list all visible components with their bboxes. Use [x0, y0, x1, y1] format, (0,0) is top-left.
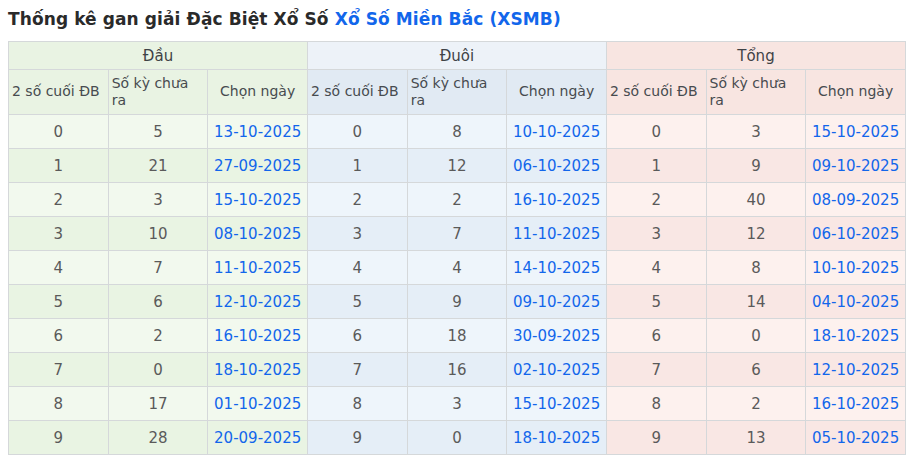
digit-cell-duoi: 3	[307, 217, 407, 251]
date-cell-dau: 11-10-2025	[208, 251, 308, 285]
date-link-tong[interactable]: 12-10-2025	[812, 361, 899, 379]
gan-count-cell-duoi: 7	[407, 217, 507, 251]
digit-cell-duoi: 0	[307, 115, 407, 149]
gan-count-cell-duoi: 2	[407, 183, 507, 217]
date-link-dau[interactable]: 11-10-2025	[214, 259, 301, 277]
table-body: 0513-10-20250810-10-20250315-10-20251212…	[9, 115, 906, 455]
date-link-tong[interactable]: 15-10-2025	[812, 123, 899, 141]
digit-cell-dau: 5	[9, 285, 109, 319]
date-cell-tong: 15-10-2025	[806, 115, 906, 149]
table-row: 0513-10-20250810-10-20250315-10-2025	[9, 115, 906, 149]
date-cell-tong: 10-10-2025	[806, 251, 906, 285]
table-row: 81701-10-20258315-10-20258216-10-2025	[9, 387, 906, 421]
gan-count-cell-dau: 3	[108, 183, 208, 217]
page-title-text: Thống kê gan giải Đặc Biệt Xổ Số	[8, 9, 335, 29]
date-cell-tong: 08-09-2025	[806, 183, 906, 217]
gan-count-cell-dau: 7	[108, 251, 208, 285]
gan-count-cell-dau: 17	[108, 387, 208, 421]
digit-cell-duoi: 5	[307, 285, 407, 319]
gan-count-cell-dau: 6	[108, 285, 208, 319]
digit-cell-duoi: 7	[307, 353, 407, 387]
table-row: 31008-10-20253711-10-202531206-10-2025	[9, 217, 906, 251]
date-link-duoi[interactable]: 14-10-2025	[513, 259, 600, 277]
gan-count-cell-tong: 0	[706, 319, 806, 353]
date-cell-duoi: 14-10-2025	[507, 251, 607, 285]
digit-cell-dau: 7	[9, 353, 109, 387]
date-link-dau[interactable]: 20-09-2025	[214, 429, 301, 447]
date-cell-duoi: 10-10-2025	[507, 115, 607, 149]
gan-count-cell-tong: 13	[706, 421, 806, 455]
date-cell-duoi: 11-10-2025	[507, 217, 607, 251]
date-link-tong[interactable]: 06-10-2025	[812, 225, 899, 243]
date-link-duoi[interactable]: 15-10-2025	[513, 395, 600, 413]
date-link-duoi[interactable]: 09-10-2025	[513, 293, 600, 311]
digit-cell-tong: 8	[606, 387, 706, 421]
date-cell-dau: 01-10-2025	[208, 387, 308, 421]
date-link-tong[interactable]: 09-10-2025	[812, 157, 899, 175]
column-header-dau-1: Số kỳ chưa ra	[108, 70, 208, 115]
digit-cell-dau: 0	[9, 115, 109, 149]
date-link-dau[interactable]: 27-09-2025	[214, 157, 301, 175]
date-link-tong[interactable]: 10-10-2025	[812, 259, 899, 277]
date-link-duoi[interactable]: 30-09-2025	[513, 327, 600, 345]
date-link-duoi[interactable]: 10-10-2025	[513, 123, 600, 141]
date-link-duoi[interactable]: 16-10-2025	[513, 191, 600, 209]
date-cell-duoi: 09-10-2025	[507, 285, 607, 319]
digit-cell-dau: 1	[9, 149, 109, 183]
date-link-dau[interactable]: 18-10-2025	[214, 361, 301, 379]
digit-cell-tong: 0	[606, 115, 706, 149]
section-title-tong: Tổng	[606, 42, 905, 70]
date-link-duoi[interactable]: 11-10-2025	[513, 225, 600, 243]
gan-count-cell-dau: 0	[108, 353, 208, 387]
digit-cell-dau: 9	[9, 421, 109, 455]
section-title-row: ĐầuĐuôiTổng	[9, 42, 906, 70]
date-link-duoi[interactable]: 02-10-2025	[513, 361, 600, 379]
digit-cell-duoi: 8	[307, 387, 407, 421]
date-cell-tong: 06-10-2025	[806, 217, 906, 251]
gan-count-cell-tong: 9	[706, 149, 806, 183]
date-link-dau[interactable]: 01-10-2025	[214, 395, 301, 413]
date-cell-dau: 13-10-2025	[208, 115, 308, 149]
date-cell-duoi: 30-09-2025	[507, 319, 607, 353]
gan-count-cell-duoi: 12	[407, 149, 507, 183]
date-link-dau[interactable]: 16-10-2025	[214, 327, 301, 345]
date-link-duoi[interactable]: 06-10-2025	[513, 157, 600, 175]
date-link-tong[interactable]: 05-10-2025	[812, 429, 899, 447]
column-header-row: 2 số cuối ĐBSố kỳ chưa raChọn ngày2 số c…	[9, 70, 906, 115]
date-link-dau[interactable]: 08-10-2025	[214, 225, 301, 243]
date-link-tong[interactable]: 18-10-2025	[812, 327, 899, 345]
column-header-tong-0: 2 số cuối ĐB	[606, 70, 706, 115]
date-link-dau[interactable]: 12-10-2025	[214, 293, 301, 311]
table-row: 7018-10-202571602-10-20257612-10-2025	[9, 353, 906, 387]
date-cell-tong: 12-10-2025	[806, 353, 906, 387]
gan-count-cell-duoi: 16	[407, 353, 507, 387]
column-header-duoi-2: Chọn ngày	[507, 70, 607, 115]
gan-count-cell-dau: 10	[108, 217, 208, 251]
digit-cell-dau: 4	[9, 251, 109, 285]
gan-count-cell-dau: 21	[108, 149, 208, 183]
date-link-tong[interactable]: 16-10-2025	[812, 395, 899, 413]
date-link-tong[interactable]: 04-10-2025	[812, 293, 899, 311]
table-row: 4711-10-20254414-10-20254810-10-2025	[9, 251, 906, 285]
section-title-dau: Đầu	[9, 42, 308, 70]
date-link-tong[interactable]: 08-09-2025	[812, 191, 899, 209]
date-link-duoi[interactable]: 18-10-2025	[513, 429, 600, 447]
xsmb-link[interactable]: Xổ Số Miền Bắc (XSMB)	[335, 9, 561, 29]
date-link-dau[interactable]: 13-10-2025	[214, 123, 301, 141]
date-cell-duoi: 15-10-2025	[507, 387, 607, 421]
table-row: 12127-09-202511206-10-20251909-10-2025	[9, 149, 906, 183]
digit-cell-dau: 3	[9, 217, 109, 251]
table-row: 5612-10-20255909-10-202551404-10-2025	[9, 285, 906, 319]
gan-count-cell-tong: 14	[706, 285, 806, 319]
gan-count-cell-duoi: 8	[407, 115, 507, 149]
digit-cell-tong: 3	[606, 217, 706, 251]
date-cell-tong: 09-10-2025	[806, 149, 906, 183]
date-link-dau[interactable]: 15-10-2025	[214, 191, 301, 209]
date-cell-duoi: 06-10-2025	[507, 149, 607, 183]
gan-count-cell-tong: 12	[706, 217, 806, 251]
date-cell-duoi: 18-10-2025	[507, 421, 607, 455]
digit-cell-duoi: 6	[307, 319, 407, 353]
gan-count-cell-tong: 3	[706, 115, 806, 149]
gan-count-cell-tong: 40	[706, 183, 806, 217]
column-header-dau-2: Chọn ngày	[208, 70, 308, 115]
